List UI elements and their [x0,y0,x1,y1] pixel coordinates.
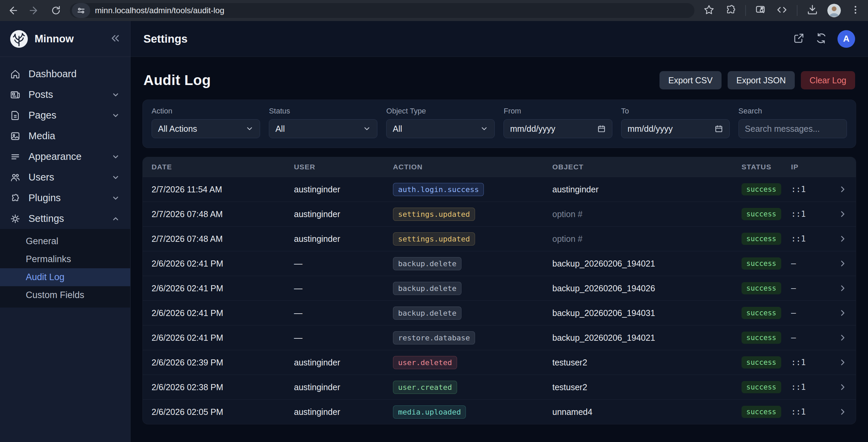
chevron-right-icon[interactable] [838,333,847,342]
table-row[interactable]: 2/7/2026 07:48 AM austinginder settings.… [143,226,856,251]
gear-icon [10,214,20,224]
table-row[interactable]: 2/6/2026 02:41 PM — backup.delete backup… [143,276,856,300]
row-date: 2/7/2026 07:48 AM [152,234,294,244]
row-object: backup_20260206_194021 [552,333,742,343]
row-object: testuser2 [552,358,742,367]
table-row[interactable]: 2/6/2026 02:38 PM austinginder user.crea… [143,375,856,399]
row-user: austinginder [294,185,393,194]
table-row[interactable]: 2/7/2026 07:48 AM austinginder settings.… [143,202,856,226]
download-icon[interactable] [806,4,818,17]
external-link-icon[interactable] [793,32,805,46]
calendar-icon[interactable] [597,124,606,133]
to-date-input[interactable]: mm/dd/yyyy [621,119,730,138]
submenu-item-permalinks[interactable]: Permalinks [0,250,130,268]
submenu-item-audit-log[interactable]: Audit Log [0,268,130,286]
user-avatar[interactable]: A [837,30,855,48]
table-row[interactable]: 2/7/2026 11:54 AM austinginder auth.logi… [143,177,856,202]
status-badge: success [742,208,781,220]
row-date: 2/6/2026 02:05 PM [152,407,294,417]
chevron-right-icon[interactable] [838,259,847,268]
sidebar-item-users[interactable]: Users [0,167,130,188]
chevron-down-icon [111,90,120,99]
action-select[interactable]: All Actions [152,119,260,138]
filter-label-to: To [621,107,730,115]
chevron-right-icon[interactable] [838,185,847,194]
sidebar-item-posts[interactable]: Posts [0,84,130,105]
collapse-sidebar-icon[interactable] [110,33,121,45]
search-input[interactable] [738,119,847,138]
clear-log-button[interactable]: Clear Log [801,71,855,89]
chevron-right-icon[interactable] [838,284,847,293]
sidebar-item-label: Pages [28,110,56,121]
table-row[interactable]: 2/6/2026 02:41 PM — backup.delete backup… [143,300,856,325]
sidebar-item-dashboard[interactable]: Dashboard [0,64,130,84]
tab-search-icon[interactable] [755,4,767,17]
calendar-icon[interactable] [714,124,723,133]
row-date: 2/6/2026 02:41 PM [152,308,294,318]
filter-label-object-type: Object Type [386,107,495,115]
row-date: 2/7/2026 11:54 AM [152,185,294,194]
object-type-select[interactable]: All [386,119,495,138]
url-text[interactable]: minn.localhost/admin/tools/audit-log [95,6,224,15]
submenu-item-custom-fields[interactable]: Custom Fields [0,286,130,304]
chevron-down-icon [111,111,120,120]
brand-name: Minnow [35,33,74,45]
export-json-button[interactable]: Export JSON [728,71,795,89]
row-ip: — [791,333,831,342]
row-object: unnamed4 [552,407,742,417]
from-date-input[interactable]: mm/dd/yyyy [504,119,612,138]
column-header-object: OBJECT [552,163,742,171]
browser-profile-avatar[interactable] [827,4,841,17]
status-select[interactable]: All [269,119,377,138]
bookmark-star-icon[interactable] [703,4,715,17]
forward-icon[interactable] [28,5,40,16]
table-body: 2/7/2026 11:54 AM austinginder auth.logi… [143,177,856,424]
code-icon[interactable] [776,4,788,17]
table-header-row: DATE USER ACTION OBJECT STATUS IP [143,157,856,177]
sidebar-item-pages[interactable]: Pages [0,105,130,126]
browser-toolbar: minn.localhost/admin/tools/audit-log [0,0,868,21]
chevron-right-icon[interactable] [838,358,847,367]
filter-label-from: From [504,107,612,115]
sidebar-item-settings[interactable]: Settings [0,208,130,229]
sidebar-item-plugins[interactable]: Plugins [0,188,130,208]
back-icon[interactable] [7,5,18,16]
chevron-right-icon[interactable] [838,309,847,317]
object-type-select-value: All [393,124,402,134]
chevron-right-icon[interactable] [838,407,847,416]
table-row[interactable]: 2/6/2026 02:05 PM austinginder media.upl… [143,399,856,424]
column-header-ip: IP [791,163,831,171]
status-badge: success [742,183,781,195]
table-row[interactable]: 2/6/2026 02:39 PM austinginder user.dele… [143,350,856,375]
table-row[interactable]: 2/6/2026 02:41 PM — backup.delete backup… [143,251,856,276]
row-user: — [294,283,393,293]
sidebar-item-appearance[interactable]: Appearance [0,146,130,167]
submenu-item-general[interactable]: General [0,232,130,250]
site-settings-icon[interactable] [72,3,90,18]
row-object: backup_20260206_194026 [552,283,742,293]
kebab-menu-icon[interactable] [850,4,861,17]
reload-icon[interactable] [50,5,62,16]
row-ip: — [791,259,831,268]
export-csv-button[interactable]: Export CSV [659,71,722,89]
table-row[interactable]: 2/6/2026 02:41 PM — restore.database bac… [143,325,856,350]
submenu-label: Permalinks [26,254,71,265]
row-object: backup_20260206_194031 [552,308,742,318]
refresh-sync-icon[interactable] [815,32,827,46]
row-user: austinginder [294,234,393,244]
row-ip: — [791,283,831,293]
extensions-puzzle-icon[interactable] [725,4,736,17]
status-badge: success [742,356,781,369]
address-bar[interactable]: minn.localhost/admin/tools/audit-log [70,3,694,18]
submenu-label: Custom Fields [26,290,84,300]
chevron-right-icon[interactable] [838,234,847,243]
chevron-right-icon[interactable] [838,210,847,218]
toolbar-divider [797,5,797,16]
appearance-lines-icon [10,152,20,162]
page-title: Audit Log [143,72,211,88]
submenu-label: General [26,236,58,247]
row-date: 2/7/2026 07:48 AM [152,209,294,219]
chevron-right-icon[interactable] [838,383,847,392]
row-object: austinginder [552,185,742,194]
sidebar-item-media[interactable]: Media [0,126,130,146]
